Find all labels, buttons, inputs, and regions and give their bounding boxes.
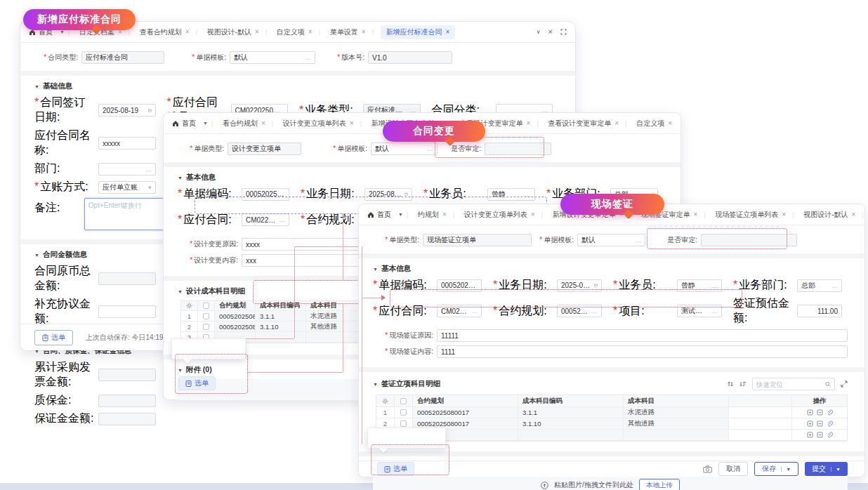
- quick-locate-input[interactable]: [756, 380, 822, 388]
- chevron-down-icon[interactable]: ▼: [398, 212, 403, 217]
- total-amount-input[interactable]: [98, 272, 156, 285]
- save-button[interactable]: 保存▼: [754, 462, 798, 476]
- contract-name-input[interactable]: xxxxx: [98, 137, 156, 150]
- section-basic-title[interactable]: ▼基本信息: [359, 263, 864, 278]
- quick-locate-search[interactable]: [752, 378, 835, 390]
- chevron-down-icon[interactable]: ▼: [60, 29, 65, 34]
- tab[interactable]: 现场签证立项单列表 ×: [712, 208, 789, 222]
- pay-contract-input[interactable]: CM0220250010…: [242, 213, 289, 226]
- popup-item[interactable]: [172, 349, 245, 356]
- supplement-amount-input[interactable]: [98, 305, 156, 318]
- calendar-icon[interactable]: [402, 191, 408, 197]
- tab[interactable]: 约规划 ×: [415, 208, 449, 222]
- review-input[interactable]: [701, 234, 797, 246]
- ellipsis-picker-icon[interactable]: …: [302, 54, 311, 61]
- select-all-checkbox[interactable]: [395, 395, 413, 406]
- save-dropdown-caret[interactable]: ▼: [781, 467, 791, 472]
- tab-close-icon[interactable]: ×: [526, 120, 530, 127]
- tab-close-icon[interactable]: ×: [693, 211, 697, 218]
- insert-row-icon[interactable]: [807, 409, 813, 416]
- tab[interactable]: 自定义项 ×: [633, 117, 675, 131]
- local-upload-button[interactable]: 本地上传: [639, 479, 680, 490]
- calendar-icon[interactable]: [145, 107, 152, 114]
- tab[interactable]: 自定义项 ×: [274, 25, 315, 39]
- biz-date-input[interactable]: 2025-08-26: [364, 188, 412, 201]
- tab-list-icon[interactable]: ∨: [537, 29, 541, 35]
- tab-close-icon[interactable]: ×: [531, 211, 535, 218]
- expand-icon[interactable]: [841, 380, 848, 388]
- select-caret-icon[interactable]: ▾: [145, 184, 152, 191]
- close-all-icon[interactable]: ×: [548, 28, 553, 36]
- select-all-checkbox[interactable]: [198, 301, 215, 310]
- tab-close-icon[interactable]: ×: [614, 120, 619, 127]
- tab-close-icon[interactable]: ×: [668, 120, 672, 127]
- tab[interactable]: 查看合约规划 ×: [137, 25, 192, 39]
- insert-row-icon[interactable]: [807, 432, 813, 438]
- deposit-amount-input[interactable]: [98, 413, 156, 425]
- ellipsis-picker-icon[interactable]: …: [522, 191, 531, 198]
- operator-input[interactable]: 曾静…: [487, 188, 535, 201]
- attachment-icon[interactable]: [827, 421, 833, 427]
- upload-dropzone[interactable]: 粘贴图片/拖拽文件到此处 本地上传: [373, 475, 848, 490]
- ellipsis-picker-icon[interactable]: …: [709, 282, 718, 289]
- camera-icon[interactable]: [703, 465, 712, 473]
- template-input[interactable]: 默认…: [371, 143, 438, 155]
- row-checkbox[interactable]: [198, 322, 215, 331]
- popup-item[interactable]: [368, 431, 445, 438]
- operator-input[interactable]: 曾静…: [677, 279, 722, 292]
- section-visa-detail-title[interactable]: ▼签证立项科目明细: [373, 379, 440, 389]
- tab-close-icon[interactable]: ×: [350, 120, 354, 127]
- tab[interactable]: 查看设计变更审定单 ×: [545, 117, 622, 131]
- biz-dept-input[interactable]: 总部…: [797, 279, 842, 292]
- gear-icon[interactable]: [181, 301, 198, 310]
- tab-close-icon[interactable]: ×: [362, 29, 366, 36]
- gear-icon[interactable]: [376, 395, 395, 406]
- tab[interactable]: 设计变更立项单列表 ×: [280, 117, 357, 131]
- chevron-down-icon[interactable]: ▼: [203, 121, 208, 126]
- remark-textarea[interactable]: [84, 198, 167, 230]
- tab-close-icon[interactable]: ×: [261, 120, 265, 127]
- ellipsis-picker-icon[interactable]: …: [709, 307, 718, 314]
- tab[interactable]: 看合约规划 ×: [220, 117, 268, 131]
- doc-type-input[interactable]: 现场签证立项单: [423, 234, 532, 246]
- row-checkbox[interactable]: [198, 311, 215, 321]
- insert-row-icon[interactable]: [807, 421, 813, 427]
- review-input[interactable]: [485, 143, 551, 155]
- visa-estimate-input[interactable]: 111.00: [797, 305, 842, 317]
- pay-contract-input[interactable]: CM0220250010…: [437, 305, 482, 317]
- tab[interactable]: 新增应付标准合同 ×: [381, 25, 456, 39]
- tab-close-icon[interactable]: ×: [442, 211, 447, 218]
- template-input[interactable]: 默认…: [230, 51, 315, 64]
- template-input[interactable]: 默认…: [577, 234, 645, 246]
- cancel-button[interactable]: 取消: [718, 462, 748, 476]
- ellipsis-picker-icon[interactable]: …: [829, 282, 838, 289]
- visa-content-input[interactable]: 1111: [437, 345, 848, 358]
- tab-close-icon[interactable]: ×: [308, 29, 313, 36]
- popup-item[interactable]: [368, 438, 445, 445]
- invoice-total-input[interactable]: [98, 369, 156, 381]
- pick-order-button[interactable]: 选单: [34, 330, 73, 345]
- visa-reason-input[interactable]: 11111: [437, 329, 848, 342]
- ellipsis-picker-icon[interactable]: …: [143, 166, 152, 173]
- sort-settings-icon[interactable]: [739, 380, 747, 388]
- delete-row-icon[interactable]: [817, 409, 823, 416]
- ellipsis-picker-icon[interactable]: …: [276, 216, 285, 223]
- contract-type-input[interactable]: 应付标准合同: [81, 51, 164, 64]
- submit-button[interactable]: 提交▼: [805, 462, 848, 476]
- tab[interactable]: 菜单设置 ×: [327, 25, 369, 39]
- account-mode-select[interactable]: 应付单立账▾: [98, 181, 156, 194]
- ellipsis-picker-icon[interactable]: …: [632, 237, 641, 244]
- ellipsis-picker-icon[interactable]: …: [468, 307, 478, 314]
- doc-type-input[interactable]: 设计变更立项单: [228, 143, 301, 155]
- biz-date-input[interactable]: 2025-08-26: [557, 279, 602, 292]
- row-checkbox[interactable]: [395, 407, 413, 418]
- fullscreen-icon[interactable]: [560, 29, 567, 35]
- department-input[interactable]: …: [98, 163, 156, 176]
- tab[interactable]: 设计变更立项单列表 ×: [461, 208, 538, 222]
- pick-order-button[interactable]: 选单: [178, 376, 216, 390]
- attachment-icon[interactable]: [827, 409, 833, 416]
- attachment-icon[interactable]: [827, 432, 833, 438]
- tab-close-icon[interactable]: ×: [852, 211, 856, 218]
- pick-order-button[interactable]: 选单: [377, 462, 414, 476]
- tab-home[interactable]: 首页 ▼: [172, 119, 208, 128]
